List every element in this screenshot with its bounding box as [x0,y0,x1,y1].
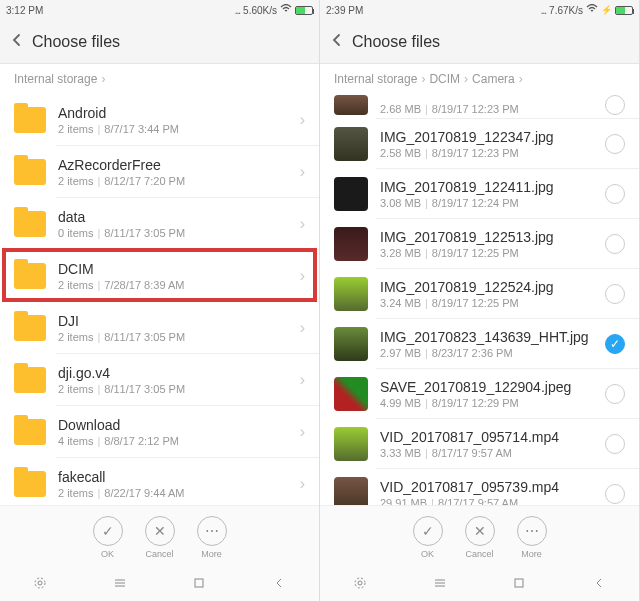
breadcrumb[interactable]: Internal storage › DCIM › Camera › [320,64,639,94]
select-radio[interactable] [605,284,625,304]
file-row[interactable]: IMG_20170819_122347.jpg2.58 MB|8/19/17 1… [320,119,639,169]
nav-bar [320,569,639,601]
status-bar: 3:12 PM ... 5.60K/s [0,0,319,20]
row-text: VID_20170817_095714.mp43.33 MB|8/17/17 9… [380,429,593,459]
chevron-right-icon: › [300,267,305,285]
row-text: SAVE_20170819_122904.jpeg4.99 MB|8/19/17… [380,379,593,409]
chevron-right-icon: › [464,72,468,86]
folder-row[interactable]: fakecall2 items|8/22/17 9:44 AM› [0,458,319,505]
nav-home-icon[interactable] [192,576,206,594]
phone-right: 2:39 PM ... 7.67K/s ⚡ Choose files Inter… [320,0,640,601]
breadcrumb[interactable]: Internal storage › [0,64,319,94]
more-button[interactable]: ⋯ More [517,516,547,559]
file-name: IMG_20170819_122347.jpg [380,129,593,145]
row-text: IMG_20170819_122524.jpg3.24 MB|8/19/17 1… [380,279,593,309]
row-text: Android2 items|8/7/17 3:44 PM [58,105,288,135]
select-radio[interactable] [605,384,625,404]
thumbnail [334,95,368,115]
charge-icon: ⚡ [601,5,612,15]
nav-back-icon[interactable] [33,576,47,594]
breadcrumb-item[interactable]: Internal storage [334,72,417,86]
file-row[interactable]: IMG_20170819_122411.jpg3.08 MB|8/19/17 1… [320,169,639,219]
ok-button[interactable]: ✓ OK [413,516,443,559]
more-button[interactable]: ⋯ More [197,516,227,559]
folder-row[interactable]: DJI2 items|8/11/17 3:05 PM› [0,302,319,354]
chevron-right-icon: › [300,111,305,129]
folder-row[interactable]: data0 items|8/11/17 3:05 PM› [0,198,319,250]
bottom-action-bar: ✓ OK ✕ Cancel ⋯ More [0,505,319,569]
folder-name: Download [58,417,288,433]
svg-point-4 [355,578,365,588]
thumbnail [334,177,368,211]
folder-name: DJI [58,313,288,329]
folder-name: AzRecorderFree [58,157,288,173]
chevron-right-icon: › [101,72,105,86]
nav-home-icon[interactable] [512,576,526,594]
folder-icon [14,419,46,445]
file-row[interactable]: IMG_20170823_143639_HHT.jpg2.97 MB|8/23/… [320,319,639,369]
file-name: IMG_20170819_122411.jpg [380,179,593,195]
row-text: dji.go.v42 items|8/11/17 3:05 PM [58,365,288,395]
folder-row[interactable]: DCIM2 items|7/28/17 8:39 AM› [0,250,319,302]
folder-icon [14,315,46,341]
thumbnail [334,127,368,161]
nav-back-icon[interactable] [353,576,367,594]
more-icon: ⋯ [197,516,227,546]
select-radio[interactable]: ✓ [605,334,625,354]
nav-recent-icon[interactable] [433,576,447,594]
row-text: 2.68 MB|8/19/17 12:23 PM [380,103,593,115]
nav-recent-icon[interactable] [113,576,127,594]
file-meta: 29.91 MB|8/17/17 9:57 AM [380,497,593,505]
row-text: data0 items|8/11/17 3:05 PM [58,209,288,239]
cancel-button[interactable]: ✕ Cancel [465,516,495,559]
folder-row[interactable]: dji.go.v42 items|8/11/17 3:05 PM› [0,354,319,406]
folder-meta: 0 items|8/11/17 3:05 PM [58,227,288,239]
select-radio[interactable] [605,134,625,154]
back-icon[interactable] [330,33,344,51]
folder-name: dji.go.v4 [58,365,288,381]
folder-icon [14,367,46,393]
file-name: IMG_20170823_143639_HHT.jpg [380,329,593,345]
file-row[interactable]: VID_20170817_095714.mp43.33 MB|8/17/17 9… [320,419,639,469]
folder-row[interactable]: Android2 items|8/7/17 3:44 PM› [0,94,319,146]
status-speed: 7.67K/s [549,5,583,16]
cancel-button[interactable]: ✕ Cancel [145,516,175,559]
folder-meta: 2 items|8/7/17 3:44 PM [58,123,288,135]
row-text: IMG_20170823_143639_HHT.jpg2.97 MB|8/23/… [380,329,593,359]
back-icon[interactable] [10,33,24,51]
folder-list[interactable]: Android2 items|8/7/17 3:44 PM›AzRecorder… [0,94,319,505]
folder-row[interactable]: Download4 items|8/8/17 2:12 PM› [0,406,319,458]
file-list[interactable]: 2.68 MB|8/19/17 12:23 PMIMG_20170819_122… [320,94,639,505]
file-row[interactable]: IMG_20170819_122524.jpg3.24 MB|8/19/17 1… [320,269,639,319]
chevron-left-icon[interactable] [272,576,286,594]
file-row[interactable]: VID_20170817_095739.mp429.91 MB|8/17/17 … [320,469,639,505]
chevron-right-icon: › [300,163,305,181]
file-row-partial[interactable]: 2.68 MB|8/19/17 12:23 PM [320,94,639,119]
ok-button[interactable]: ✓ OK [93,516,123,559]
select-radio[interactable] [605,234,625,254]
select-radio[interactable] [605,434,625,454]
thumbnail [334,327,368,361]
select-radio[interactable] [605,484,625,504]
breadcrumb-item[interactable]: Camera [472,72,515,86]
bottom-action-bar: ✓ OK ✕ Cancel ⋯ More [320,505,639,569]
phone-left: 3:12 PM ... 5.60K/s Choose files Interna… [0,0,320,601]
svg-point-0 [38,581,42,585]
header: Choose files [320,20,639,64]
chevron-left-icon[interactable] [592,576,606,594]
thumbnail [334,377,368,411]
select-radio[interactable] [605,95,625,115]
folder-name: data [58,209,288,225]
row-text: AzRecorderFree2 items|8/12/17 7:20 PM [58,157,288,187]
chevron-right-icon: › [300,319,305,337]
file-meta: 2.97 MB|8/23/17 2:36 PM [380,347,593,359]
folder-row[interactable]: AzRecorderFree2 items|8/12/17 7:20 PM› [0,146,319,198]
folder-icon [14,159,46,185]
file-meta: 3.24 MB|8/19/17 12:25 PM [380,297,593,309]
breadcrumb-item[interactable]: Internal storage [14,72,97,86]
thumbnail [334,277,368,311]
breadcrumb-item[interactable]: DCIM [429,72,460,86]
file-row[interactable]: SAVE_20170819_122904.jpeg4.99 MB|8/19/17… [320,369,639,419]
select-radio[interactable] [605,184,625,204]
file-row[interactable]: IMG_20170819_122513.jpg3.28 MB|8/19/17 1… [320,219,639,269]
